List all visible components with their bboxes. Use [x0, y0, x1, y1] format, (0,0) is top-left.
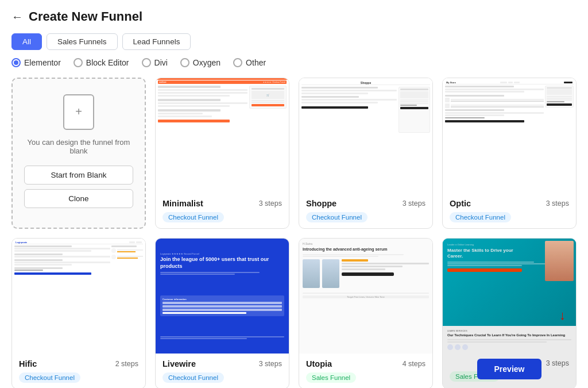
- template-card-minimalist[interactable]: minihost ★★★★★ Checkout Funnel: [155, 78, 289, 229]
- template-card-optic[interactable]: My Store: [442, 78, 577, 229]
- radio-label-block-editor: Block Editor: [86, 58, 129, 67]
- template-card-livewire[interactable]: Logiqmate ★★★★★ Second Funnel Join the l…: [155, 238, 289, 388]
- template-card-shoppe[interactable]: Shoppe: [299, 78, 433, 229]
- radio-elementor[interactable]: Elementor: [11, 58, 61, 67]
- radio-oxygen[interactable]: Oxygen: [180, 58, 220, 67]
- radio-block-editor[interactable]: Block Editor: [74, 58, 129, 67]
- tab-sales-funnels[interactable]: Sales Funnels: [47, 33, 118, 50]
- radio-label-divi: Divi: [154, 58, 168, 67]
- radio-label-other: Other: [246, 58, 266, 67]
- radio-circle-block-editor: [74, 58, 83, 67]
- template-card-online-learning[interactable]: Leader in Online Learning Master the Ski…: [442, 238, 577, 388]
- back-button[interactable]: ←: [11, 10, 23, 24]
- page-header: ← Create New Funnel: [11, 9, 577, 24]
- start-from-blank-button[interactable]: Start from Blank: [24, 166, 133, 185]
- blank-card[interactable]: You can design the funnel from blank Sta…: [11, 78, 146, 229]
- templates-grid: You can design the funnel from blank Sta…: [11, 78, 577, 388]
- blank-card-icon: [63, 94, 94, 130]
- preview-button-online-learning[interactable]: Preview: [477, 359, 542, 379]
- card-overlay-online-learning: Preview: [443, 239, 576, 388]
- radio-circle-other: [233, 58, 242, 67]
- blank-card-description: You can design the funnel from blank: [24, 138, 133, 155]
- preview-button-utopia[interactable]: Preview: [334, 359, 399, 379]
- preview-button-minimalist[interactable]: Preview: [190, 198, 255, 219]
- radio-label-oxygen: Oxygen: [193, 58, 220, 67]
- tab-lead-funnels[interactable]: Lead Funnels: [122, 33, 191, 50]
- clone-button[interactable]: Clone: [24, 189, 133, 208]
- tab-all[interactable]: All: [11, 33, 42, 50]
- preview-button-hific[interactable]: Preview: [47, 359, 111, 379]
- radio-divi[interactable]: Divi: [142, 58, 168, 67]
- back-arrow-icon: ←: [11, 10, 23, 24]
- radio-other[interactable]: Other: [233, 58, 266, 67]
- editor-radio-group: Elementor Block Editor Divi Oxygen Other: [11, 58, 577, 67]
- radio-circle-elementor: [11, 58, 21, 67]
- filter-tabs: All Sales Funnels Lead Funnels: [11, 33, 577, 50]
- page-container: ← Create New Funnel All Sales Funnels Le…: [0, 0, 588, 388]
- preview-button-livewire[interactable]: Preview: [190, 359, 255, 379]
- preview-button-shoppe[interactable]: Preview: [334, 198, 399, 219]
- radio-label-elementor: Elementor: [24, 58, 61, 67]
- preview-button-optic[interactable]: Preview: [477, 198, 542, 219]
- radio-circle-divi: [142, 58, 151, 67]
- radio-circle-oxygen: [180, 58, 189, 67]
- page-title: Create New Funnel: [29, 9, 142, 24]
- template-card-utopia[interactable]: H.Sutra Introducing the advanced anti-ag…: [299, 238, 433, 388]
- template-card-hific[interactable]: Logiqmate: [11, 238, 146, 388]
